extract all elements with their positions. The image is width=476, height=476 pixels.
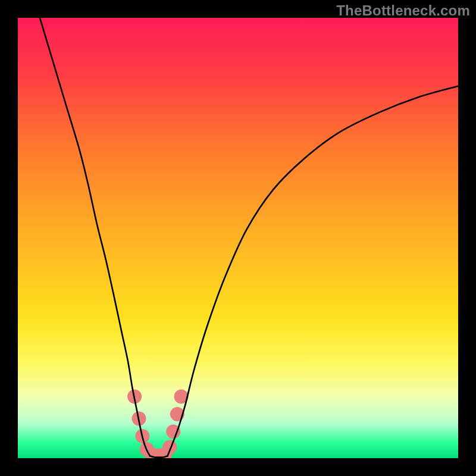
watermark-text: TheBottleneck.com — [336, 2, 470, 19]
chart-frame — [18, 18, 458, 458]
chart-background — [18, 18, 458, 458]
bottleneck-chart — [18, 18, 458, 458]
